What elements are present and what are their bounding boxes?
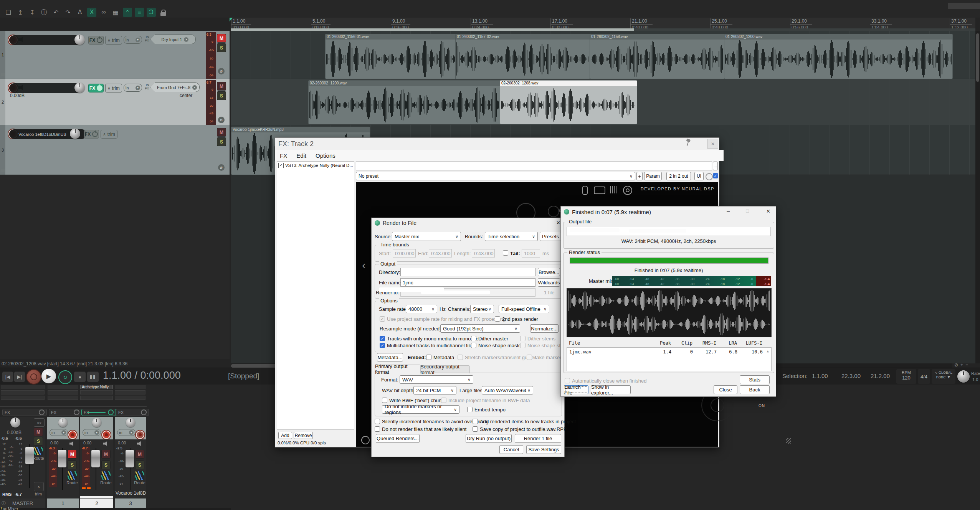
input-fx-pill[interactable]: Dry Input 1▼ bbox=[150, 35, 196, 44]
tab-primary-format[interactable]: Primary output format bbox=[375, 365, 421, 373]
normalize-button[interactable]: Normalize... bbox=[530, 324, 559, 333]
add-fx-button[interactable]: Add bbox=[278, 432, 292, 439]
media-item[interactable]: 01-260302_1200.wav bbox=[724, 34, 953, 79]
end-field[interactable]: 0:43.000 bbox=[429, 249, 452, 257]
source-combo[interactable]: Master mix∨ bbox=[392, 232, 461, 241]
length-field[interactable]: 0:43.000 bbox=[472, 249, 495, 257]
ui-button[interactable]: UI bbox=[694, 172, 704, 180]
fx-slot[interactable] bbox=[48, 396, 78, 400]
preset-combo[interactable]: No preset∨ bbox=[356, 172, 635, 180]
scrollbar-thumb[interactable] bbox=[976, 33, 979, 82]
silently-increment-checkbox[interactable] bbox=[375, 419, 380, 424]
menu-edit[interactable]: Edit bbox=[296, 152, 306, 159]
vertical-scrollbar[interactable] bbox=[975, 31, 980, 363]
repeat-button[interactable]: ↻ bbox=[58, 370, 72, 384]
open-project-icon[interactable]: ↥ bbox=[16, 8, 25, 17]
phase-button[interactable]: ⌀ bbox=[218, 117, 225, 123]
input-selector[interactable]: in▼ bbox=[83, 429, 101, 436]
browse-button[interactable]: Browse... bbox=[538, 268, 560, 276]
fx-power-icon[interactable] bbox=[74, 409, 79, 415]
embed-metadata-checkbox[interactable] bbox=[426, 355, 431, 360]
stop-button[interactable]: ■ bbox=[74, 371, 86, 382]
volume-knob[interactable] bbox=[70, 129, 80, 139]
global-automation[interactable]: ∿ GLOBAL none ▼ bbox=[932, 369, 955, 384]
fx-slot[interactable] bbox=[1, 385, 45, 389]
track-panel-3[interactable]: 3 Vocaroo 1ef8D1oDBmUB FX ∧trim M S ⌀ bbox=[0, 125, 230, 175]
grid-lines-icon[interactable]: ≡ bbox=[135, 8, 144, 17]
input-selector[interactable]: in▼ bbox=[117, 429, 136, 436]
metadata-button[interactable]: Metadata... bbox=[377, 353, 403, 361]
grid-icon[interactable]: ▦ bbox=[111, 8, 120, 17]
preset-plus-button[interactable]: + bbox=[636, 172, 643, 180]
strip-number[interactable]: 3 bbox=[115, 498, 146, 508]
docker-tab[interactable] bbox=[948, 3, 980, 9]
selection-start[interactable]: 1.1.00 bbox=[812, 373, 828, 379]
go-to-start-button[interactable]: |◀ bbox=[2, 371, 13, 382]
cancel-button[interactable]: Cancel bbox=[499, 445, 523, 454]
prev-arrow-icon[interactable]: ‹ bbox=[362, 259, 366, 272]
volume-knob[interactable] bbox=[74, 83, 85, 93]
fx-comment-field[interactable] bbox=[356, 162, 712, 170]
wildcards-button[interactable]: Wildcards bbox=[538, 278, 560, 287]
wet-knob[interactable] bbox=[706, 173, 713, 180]
filename-field[interactable]: 1jmc bbox=[400, 278, 535, 287]
master-mute-button[interactable]: M bbox=[34, 427, 43, 436]
close-icon[interactable]: ✕ bbox=[707, 139, 718, 149]
fx-list-item[interactable]: VST3: Archetype Nolly (Neural D... bbox=[285, 163, 353, 168]
noise-shape-master-checkbox[interactable] bbox=[471, 343, 476, 348]
volume-pill[interactable] bbox=[9, 83, 83, 93]
render-titlebar[interactable]: Render to File ✕ bbox=[372, 218, 564, 228]
lock-icon[interactable] bbox=[159, 8, 168, 17]
menu-fx[interactable]: FX bbox=[280, 152, 287, 159]
scroll-up-icon[interactable]: ▲ bbox=[763, 349, 769, 355]
pin-icon[interactable] bbox=[687, 140, 693, 147]
presets-button[interactable]: Presets bbox=[540, 232, 561, 241]
selection-length[interactable]: 21.2.00 bbox=[871, 373, 890, 379]
amp-icon[interactable] bbox=[594, 187, 605, 194]
phase-button[interactable]: ⌀ bbox=[218, 68, 225, 74]
second-pass-checkbox[interactable] bbox=[495, 316, 500, 322]
input-selector[interactable]: in▼ bbox=[124, 36, 142, 44]
metronome-icon[interactable]: Δ bbox=[75, 8, 84, 17]
file-table-row[interactable]: 1jmc.wav -1.4 0 -12.7 6.8 -10.6 ▲ bbox=[569, 349, 769, 355]
media-item[interactable]: 02-260302_1200.wav bbox=[308, 80, 501, 124]
timeline-ruler[interactable]: 1.1.000:00.0005.1.000:08.0009.1.000:16.0… bbox=[231, 18, 975, 28]
info-icon[interactable]: ⓘ bbox=[2, 500, 6, 506]
record-arm-button[interactable] bbox=[136, 431, 144, 439]
record-button[interactable] bbox=[26, 369, 41, 385]
remove-fx-button[interactable]: Remove bbox=[294, 432, 313, 439]
route-icon[interactable] bbox=[135, 471, 144, 480]
strip-number[interactable]: 2 bbox=[80, 498, 113, 508]
settings-icon[interactable] bbox=[361, 436, 370, 444]
bitdepth-combo[interactable]: 24 bit PCM∨ bbox=[413, 386, 456, 394]
master-pan-knob[interactable] bbox=[10, 418, 20, 427]
queued-renders-button[interactable]: Queued Renders... bbox=[376, 434, 420, 443]
master-solo-button[interactable]: S bbox=[34, 437, 43, 446]
fx-power-icon[interactable] bbox=[39, 409, 45, 415]
fx-power-icon[interactable] bbox=[97, 37, 102, 43]
solo-button[interactable]: S bbox=[217, 137, 226, 146]
envelope-trim-button[interactable]: ∧trim bbox=[105, 36, 122, 45]
time-signature[interactable]: 4/4 bbox=[918, 369, 930, 384]
redo-icon[interactable]: ↷ bbox=[63, 8, 73, 17]
trim-button[interactable]: ∧ bbox=[34, 482, 44, 491]
master-volume-readout[interactable]: 0.00dB bbox=[7, 430, 21, 435]
clip-indicator[interactable] bbox=[87, 487, 91, 489]
volume-pill[interactable] bbox=[9, 35, 83, 45]
media-item-selected[interactable]: 02-260302_1208.wav bbox=[500, 80, 637, 124]
ruler-tick-lane[interactable] bbox=[634, 28, 975, 31]
mono-tracks-checkbox[interactable]: ✓ bbox=[380, 336, 385, 341]
largefiles-combo[interactable]: Auto WAV/Wave64∨ bbox=[482, 386, 533, 394]
render-1-file-button[interactable]: Render 1 file bbox=[515, 434, 561, 443]
clip-indicator[interactable] bbox=[82, 487, 86, 489]
close-button[interactable]: Close bbox=[714, 385, 737, 394]
folder-icon[interactable] bbox=[1, 73, 5, 76]
solo-button[interactable]: S bbox=[135, 460, 144, 469]
volume-readout[interactable]: 0.00 bbox=[118, 441, 126, 445]
project-settings-icon[interactable]: ⓘ bbox=[40, 8, 49, 17]
mute-button[interactable]: M bbox=[217, 34, 226, 43]
speed-combo[interactable]: Full-speed Offline∨ bbox=[499, 305, 549, 313]
fx-window-titlebar[interactable]: FX: Track 2 ✕ bbox=[275, 138, 719, 150]
media-item[interactable]: 01-260302_1156-01.wav bbox=[325, 34, 456, 79]
bwf-checkbox[interactable] bbox=[382, 398, 387, 403]
